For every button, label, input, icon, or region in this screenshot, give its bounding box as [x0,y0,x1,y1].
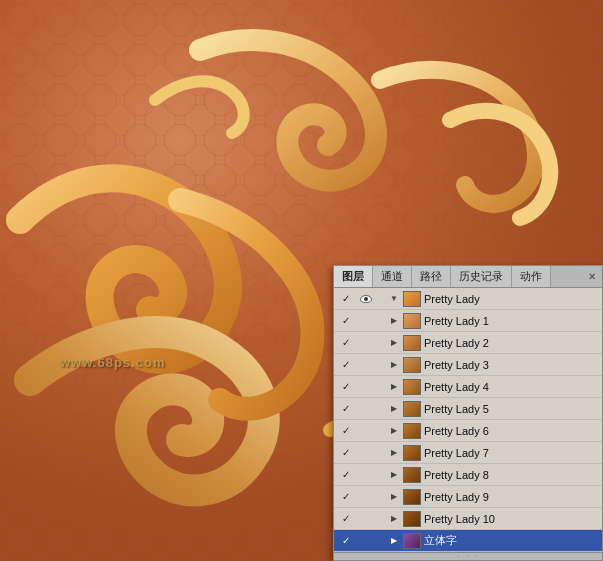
check-icon: ✓ [342,425,350,436]
layer-expand-icon[interactable]: ▶ [388,489,400,505]
layer-expand-icon[interactable]: ▶ [388,335,400,351]
check-icon: ✓ [342,469,350,480]
layer-visibility-toggle[interactable] [358,423,374,439]
layer-visibility-toggle[interactable] [358,401,374,417]
layer-thumbnail [403,533,421,549]
layers-list: ✓ ▼ Pretty Lady ✓ ▶ Pretty Lady 1 ✓ [334,288,602,552]
layer-expand-icon[interactable]: ▶ [388,401,400,417]
layer-thumbnail [403,511,421,527]
layer-checkbox[interactable]: ✓ [338,291,354,307]
layer-thumbnail [403,313,421,329]
layer-row[interactable]: ✓ ▶ Pretty Lady 1 [334,310,602,332]
layer-expand-icon[interactable]: ▶ [388,379,400,395]
check-icon: ✓ [342,315,350,326]
layer-name-label: 立体字 [424,533,600,548]
layer-thumbnail [403,291,421,307]
layer-visibility-toggle[interactable] [358,379,374,395]
layer-row[interactable]: ✓ ▶ Pretty Lady 7 [334,442,602,464]
layer-checkbox[interactable]: ✓ [338,489,354,505]
layer-row[interactable]: ✓ ▶ Pretty Lady 10 [334,508,602,530]
layer-row-selected[interactable]: ✓ ▶ 立体字 [334,530,602,552]
check-icon: ✓ [342,403,350,414]
layer-thumbnail [403,489,421,505]
layer-checkbox[interactable]: ✓ [338,511,354,527]
tab-layers[interactable]: 图层 [334,266,373,287]
layer-row[interactable]: ✓ ▼ Pretty Lady [334,288,602,310]
layer-thumbnail [403,335,421,351]
layer-thumbnail [403,379,421,395]
tab-actions[interactable]: 动作 [512,266,551,287]
layer-name-label: Pretty Lady 8 [424,469,600,481]
layer-row[interactable]: ✓ ▶ Pretty Lady 4 [334,376,602,398]
watermark-text: www.68ps.com [60,355,165,370]
layer-name-label: Pretty Lady 3 [424,359,600,371]
layer-name-label: Pretty Lady [424,293,600,305]
check-icon: ✓ [342,535,350,546]
layer-name-label: Pretty Lady 10 [424,513,600,525]
check-icon: ✓ [342,337,350,348]
layer-thumbnail [403,445,421,461]
tab-channels[interactable]: 通道 [373,266,412,287]
layer-visibility-toggle[interactable] [358,533,374,549]
layer-thumbnail [403,423,421,439]
layer-expand-icon[interactable]: ▶ [388,357,400,373]
layer-name-label: Pretty Lady 4 [424,381,600,393]
layer-expand-icon[interactable]: ▶ [388,533,400,549]
layer-visibility-toggle[interactable] [358,445,374,461]
layer-checkbox[interactable]: ✓ [338,335,354,351]
layer-visibility-toggle[interactable] [358,335,374,351]
panel-resize-handle[interactable]: · · · [334,552,602,560]
layer-row[interactable]: ✓ ▶ Pretty Lady 5 [334,398,602,420]
layer-visibility-toggle[interactable] [358,313,374,329]
check-icon: ✓ [342,447,350,458]
layer-name-label: Pretty Lady 7 [424,447,600,459]
panel-tabs: 图层 通道 路径 历史记录 动作 ✕ [334,266,602,288]
panel-close-button[interactable]: ✕ [582,269,602,284]
check-icon: ✓ [342,513,350,524]
layer-row[interactable]: ✓ ▶ Pretty Lady 2 [334,332,602,354]
layer-expand-icon[interactable]: ▶ [388,313,400,329]
layer-checkbox[interactable]: ✓ [338,379,354,395]
layer-visibility-toggle[interactable] [358,291,374,307]
layer-name-label: Pretty Lady 2 [424,337,600,349]
layer-name-label: Pretty Lady 6 [424,425,600,437]
layer-expand-icon[interactable]: ▶ [388,467,400,483]
layer-name-label: Pretty Lady 1 [424,315,600,327]
layer-thumbnail [403,357,421,373]
layer-expand-icon[interactable]: ▶ [388,511,400,527]
check-icon: ✓ [342,491,350,502]
layer-visibility-toggle[interactable] [358,467,374,483]
layer-checkbox[interactable]: ✓ [338,313,354,329]
resize-dots-icon: · · · [457,552,478,561]
layer-expand-icon[interactable]: ▶ [388,445,400,461]
layer-visibility-toggle[interactable] [358,511,374,527]
layer-checkbox[interactable]: ✓ [338,533,354,549]
layer-thumbnail [403,467,421,483]
tab-paths[interactable]: 路径 [412,266,451,287]
layer-checkbox[interactable]: ✓ [338,401,354,417]
layer-checkbox[interactable]: ✓ [338,445,354,461]
tab-history[interactable]: 历史记录 [451,266,512,287]
layer-row[interactable]: ✓ ▶ Pretty Lady 6 [334,420,602,442]
layer-row[interactable]: ✓ ▶ Pretty Lady 3 [334,354,602,376]
check-icon: ✓ [342,293,350,304]
check-icon: ✓ [342,359,350,370]
layer-expand-icon[interactable]: ▶ [388,423,400,439]
layer-checkbox[interactable]: ✓ [338,467,354,483]
layer-thumbnail [403,401,421,417]
layer-row[interactable]: ✓ ▶ Pretty Lady 9 [334,486,602,508]
layer-row[interactable]: ✓ ▶ Pretty Lady 8 [334,464,602,486]
layer-expand-icon[interactable]: ▼ [388,291,400,307]
layer-visibility-toggle[interactable] [358,489,374,505]
eye-icon [360,295,372,303]
layer-name-label: Pretty Lady 9 [424,491,600,503]
layer-name-label: Pretty Lady 5 [424,403,600,415]
layer-visibility-toggle[interactable] [358,357,374,373]
layer-checkbox[interactable]: ✓ [338,357,354,373]
layers-panel: 图层 通道 路径 历史记录 动作 ✕ ✓ ▼ Pretty Lady ✓ [333,265,603,561]
layer-checkbox[interactable]: ✓ [338,423,354,439]
check-icon: ✓ [342,381,350,392]
